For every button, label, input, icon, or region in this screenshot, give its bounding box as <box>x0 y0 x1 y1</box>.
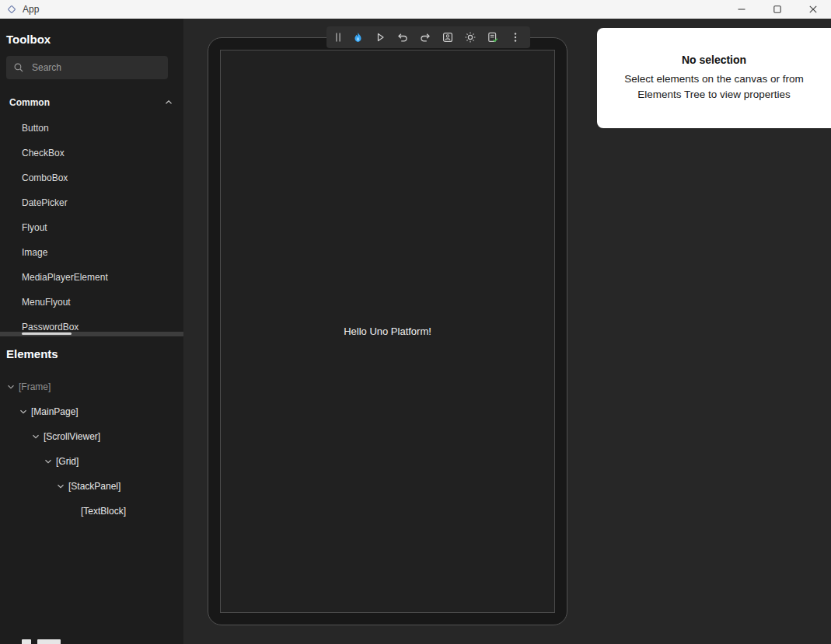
undo-button[interactable] <box>394 29 411 46</box>
hello-textblock[interactable]: Hello Uno Platform! <box>344 325 431 337</box>
flame-icon <box>351 31 365 44</box>
undo-icon <box>396 31 409 44</box>
chevron-down-icon[interactable] <box>17 406 30 418</box>
tree-item-label: [MainPage] <box>31 406 79 417</box>
chevron-down-icon[interactable] <box>54 480 67 493</box>
tree-item-stackpanel[interactable]: [StackPanel] <box>0 474 183 499</box>
close-button[interactable] <box>795 0 831 19</box>
maximize-icon <box>771 3 784 16</box>
device-frame: Hello Uno Platform! <box>208 37 567 625</box>
search-icon <box>13 62 24 73</box>
window-controls <box>724 0 831 19</box>
no-selection-message: Select elements on the canvas or from El… <box>611 71 817 102</box>
toolbar-drag-handle[interactable] <box>333 29 344 46</box>
section-label: Common <box>9 97 163 108</box>
toolbox-item-image[interactable]: Image <box>0 240 183 265</box>
tree-item-mainpage[interactable]: [MainPage] <box>0 399 183 424</box>
toolbox-item-checkbox[interactable]: CheckBox <box>0 141 183 165</box>
app-icon <box>6 4 17 15</box>
toolbox-search-box <box>6 56 168 79</box>
tree-item-textblock[interactable]: [TextBlock] <box>0 499 183 524</box>
toolbox-item-flyout[interactable]: Flyout <box>0 215 183 240</box>
tree-item-frame[interactable]: [Frame] <box>0 374 183 399</box>
person-frame-icon <box>442 31 454 44</box>
tree-item-label: [Grid] <box>56 456 79 467</box>
drag-handle-icon <box>333 31 344 44</box>
design-canvas[interactable]: Hello Uno Platform! No selection Select … <box>183 19 831 644</box>
toolbox-item-mediaplayerelement[interactable]: MediaPlayerElement <box>0 265 183 290</box>
chevron-down-icon[interactable] <box>30 430 42 443</box>
titlebar: App <box>0 0 831 19</box>
hot-design-flame-button[interactable] <box>349 29 366 46</box>
tree-item-label: [StackPanel] <box>68 481 120 492</box>
clipped-glyph <box>22 639 31 644</box>
sidebar-clipped-fragment <box>22 639 61 644</box>
no-selection-title: No selection <box>682 54 746 66</box>
toolbox-hscrollbar-thumb[interactable] <box>22 332 72 335</box>
tree-item-label: [ScrollViewer] <box>44 431 100 442</box>
chevron-up-icon <box>163 97 174 108</box>
tree-item-label: [TextBlock] <box>81 506 126 517</box>
checklist-check-icon <box>487 31 499 44</box>
play-icon <box>374 31 386 44</box>
search-input[interactable] <box>30 61 161 74</box>
chevron-down-icon[interactable] <box>42 455 54 468</box>
maximize-button[interactable] <box>759 0 795 19</box>
tree-item-label: [Frame] <box>19 381 51 392</box>
toolbox-section-common[interactable]: Common <box>0 92 183 113</box>
device-screen[interactable]: Hello Uno Platform! <box>220 50 555 613</box>
redo-icon <box>419 31 431 44</box>
toolbox-item-button[interactable]: Button <box>0 116 183 141</box>
minimize-button[interactable] <box>724 0 759 19</box>
kebab-menu-icon <box>509 31 522 44</box>
chevron-down-icon[interactable] <box>5 381 17 393</box>
app-window: App Toolbox <box>0 0 831 644</box>
toolbox-item-datepicker[interactable]: DatePicker <box>0 190 183 215</box>
elements-tree: [Frame] [MainPage] [ScrollViewer] [Grid] <box>0 374 183 524</box>
close-icon <box>807 3 819 16</box>
clipped-glyph <box>37 639 61 644</box>
properties-panel: No selection Select elements on the canv… <box>597 28 831 128</box>
more-options-button[interactable] <box>507 29 524 46</box>
validation-button[interactable] <box>484 29 501 46</box>
toolbox-item-combobox[interactable]: ComboBox <box>0 165 183 190</box>
minimize-icon <box>735 3 748 16</box>
hot-design-toolbar <box>326 26 530 48</box>
elements-title: Elements <box>6 347 58 360</box>
window-title: App <box>23 4 39 15</box>
redo-button[interactable] <box>417 29 434 46</box>
play-button[interactable] <box>372 29 389 46</box>
sun-icon <box>464 31 477 44</box>
person-frame-button[interactable] <box>439 29 456 46</box>
toolbox-title: Toolbox <box>6 33 51 46</box>
tree-item-grid[interactable]: [Grid] <box>0 449 183 474</box>
sidebar: Toolbox Common Button CheckBox ComboBox … <box>0 19 183 644</box>
toolbox-list: Button CheckBox ComboBox DatePicker Flyo… <box>0 116 183 339</box>
theme-toggle-button[interactable] <box>462 29 479 46</box>
toolbox-item-menuflyout[interactable]: MenuFlyout <box>0 290 183 315</box>
tree-item-scrollviewer[interactable]: [ScrollViewer] <box>0 424 183 449</box>
